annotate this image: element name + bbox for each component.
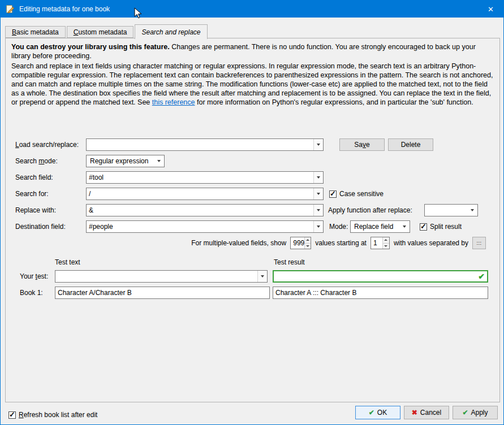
save-button-label: Save (354, 141, 369, 149)
book1-result-field (273, 287, 488, 299)
tab-panel: You can destroy your library using this … (5, 38, 500, 402)
search-field-label: Search field: (15, 171, 53, 184)
replace-with-input[interactable] (87, 205, 313, 216)
load-search-replace-label: Load search/replace: (15, 138, 79, 151)
dropdown-arrow-icon[interactable] (313, 139, 323, 150)
search-field-combo[interactable] (86, 171, 324, 184)
close-icon: ✕ (488, 5, 494, 14)
show-values-spinner[interactable]: 999 (290, 237, 311, 249)
your-test-label: Your test: (20, 270, 48, 283)
edit-metadata-icon (6, 5, 15, 14)
search-for-label: Search for: (15, 188, 49, 200)
tab-bar: Basic metadata Custom metadata Search an… (5, 24, 209, 38)
search-mode-value: Regular expression (90, 157, 148, 165)
destination-field-input[interactable] (87, 221, 313, 232)
apply-button-label: Apply (471, 409, 488, 417)
book1-test-input[interactable] (55, 287, 270, 299)
test-text-header: Test text (55, 257, 80, 267)
save-button[interactable]: Save (339, 138, 385, 151)
warning-bold-text: You can destroy your library using this … (11, 43, 170, 51)
delete-button-label: Delete (401, 141, 421, 149)
replace-with-combo[interactable] (86, 204, 324, 216)
titlebar[interactable]: Editing metadata for one book ✕ (1, 1, 503, 18)
book1-label: Book 1: (20, 287, 43, 299)
close-button[interactable]: ✕ (478, 1, 503, 18)
dropdown-arrow-icon[interactable] (257, 271, 267, 282)
dropdown-arrow-icon[interactable] (313, 221, 323, 232)
success-check-icon: ✔ (478, 272, 485, 280)
checkbox-icon (420, 223, 427, 231)
spinner-value[interactable]: 1 (371, 237, 382, 249)
cancel-button[interactable]: ✖ Cancel (404, 406, 449, 419)
mode-value: Replace field (354, 223, 393, 231)
search-for-input[interactable] (87, 188, 313, 200)
search-mode-dropdown[interactable]: Regular expression (86, 155, 165, 167)
search-mode-label: Search mode: (15, 155, 58, 167)
dropdown-arrow-icon (403, 225, 406, 228)
multi-separator-label: with values separated by (394, 239, 468, 247)
mode-label: Mode: (329, 220, 348, 233)
load-search-replace-combo[interactable] (86, 138, 324, 151)
apply-button[interactable]: ✔ Apply (453, 406, 498, 419)
case-sensitive-label: Case sensitive (339, 190, 384, 198)
description-text: Search and replace in text fields using … (11, 62, 496, 107)
apply-function-label: Apply function after replace: (328, 204, 412, 216)
window-title: Editing metadata for one book (19, 5, 110, 13)
your-test-result-field: ✔ (273, 270, 488, 283)
tab-basic-metadata[interactable]: Basic metadata (5, 26, 66, 38)
separator-button[interactable]: ::: (472, 237, 486, 249)
case-sensitive-checkbox[interactable]: Case sensitive (329, 188, 384, 200)
apply-check-icon: ✔ (462, 409, 468, 417)
dropdown-arrow-icon (157, 160, 161, 162)
split-result-checkbox[interactable]: Split result (420, 220, 462, 233)
spinner-value[interactable]: 999 (291, 237, 304, 249)
replace-with-label: Replace with: (15, 204, 56, 216)
refresh-book-list-label: Refresh book list after edit (19, 411, 97, 419)
dropdown-arrow-icon[interactable] (313, 188, 323, 200)
multiple-values-row: For multiple-valued fields, show 999 val… (191, 237, 486, 249)
your-test-combo[interactable] (55, 270, 268, 283)
search-field-input[interactable] (87, 172, 313, 183)
ok-check-icon: ✔ (369, 409, 374, 417)
start-at-spinner[interactable]: 1 (371, 237, 390, 249)
dropdown-arrow-icon[interactable] (313, 172, 323, 183)
spinner-up-button[interactable] (383, 237, 389, 243)
apply-function-dropdown[interactable] (424, 204, 478, 216)
dropdown-arrow-icon[interactable] (313, 205, 323, 216)
multi-start-label: values starting at (315, 239, 367, 247)
spinner-up-button[interactable] (305, 237, 311, 243)
checkbox-icon (329, 190, 337, 198)
tab-search-and-replace[interactable]: Search and replace (135, 24, 207, 39)
checkbox-icon (8, 411, 16, 419)
delete-button[interactable]: Delete (388, 138, 433, 151)
search-for-combo[interactable] (86, 188, 324, 200)
test-result-header: Test result (274, 257, 305, 267)
tab-label: Search and replace (141, 28, 200, 36)
cancel-button-label: Cancel (420, 409, 441, 417)
your-test-input[interactable] (55, 271, 257, 282)
tab-label: Custom metadata (74, 28, 127, 36)
dialog-window: Editing metadata for one book ✕ Basic me… (0, 0, 504, 425)
tab-custom-metadata[interactable]: Custom metadata (67, 26, 134, 38)
warning-text: You can destroy your library using this … (11, 42, 496, 61)
description-after: for more information on Python's regular… (195, 98, 473, 106)
reference-link[interactable]: this reference (152, 98, 195, 106)
dropdown-arrow-icon (471, 209, 474, 211)
ok-button[interactable]: ✔ OK (355, 406, 400, 419)
cancel-x-icon: ✖ (412, 409, 417, 417)
separator-button-label: ::: (476, 240, 481, 246)
spinner-down-button[interactable] (305, 243, 311, 249)
load-search-replace-input[interactable] (87, 139, 313, 150)
destination-field-combo[interactable] (86, 220, 324, 233)
destination-field-label: Destination field: (15, 220, 66, 233)
mode-dropdown[interactable]: Replace field (350, 220, 410, 233)
spinner-down-button[interactable] (383, 243, 389, 249)
multi-show-label: For multiple-valued fields, show (191, 239, 286, 247)
ok-button-label: OK (377, 409, 387, 417)
refresh-book-list-checkbox[interactable]: Refresh book list after edit (8, 409, 97, 421)
tab-label: Basic metadata (12, 28, 59, 36)
split-result-label: Split result (430, 223, 462, 231)
